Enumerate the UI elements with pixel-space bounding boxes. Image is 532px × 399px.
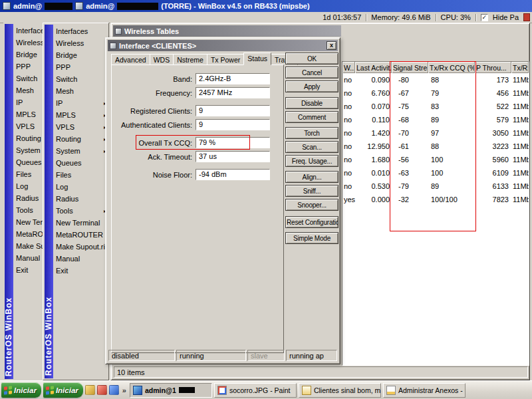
quicklaunch-icon-2[interactable]: [97, 385, 107, 395]
registration-row[interactable]: no 6.760 -67 79 456 11Mbps/: [342, 86, 529, 100]
menu-item[interactable]: VPLS: [15, 120, 43, 132]
menu-item[interactable]: Log: [55, 181, 108, 193]
menu-item[interactable]: IP ▸: [55, 97, 108, 109]
column-header-signal-strength[interactable]: Signal Stre...: [392, 62, 428, 73]
quicklaunch-icon-3[interactable]: [109, 385, 119, 395]
menu-item[interactable]: System ▸: [55, 145, 108, 157]
menu-item-label: MetaROU: [16, 230, 43, 238]
torch-button[interactable]: Torch: [285, 127, 338, 139]
menu-item[interactable]: Bridge: [15, 49, 43, 61]
task-button-anexos[interactable]: Administrar Anexos - Un...: [383, 383, 466, 398]
menu-item[interactable]: System: [15, 144, 43, 156]
routeros-winbox-vertical-label: RouterOS WinBox: [4, 297, 13, 376]
menu-item[interactable]: Interfaces: [15, 25, 43, 37]
tab-nstreme[interactable]: Nstreme: [173, 54, 207, 65]
task-button-winbox[interactable]: admin@1: [130, 383, 212, 398]
menu-item[interactable]: Tools: [15, 204, 43, 216]
registration-row[interactable]: no 1.680 -56 100 5960 11Mbps/: [342, 153, 529, 166]
menu-item[interactable]: Wireless: [15, 37, 43, 49]
menu-item[interactable]: MPLS: [15, 108, 43, 120]
tab-advanced[interactable]: Advanced: [111, 54, 150, 65]
menu-item[interactable]: Make Supout.rif: [55, 241, 108, 253]
menu-item[interactable]: Tools ▸: [55, 205, 108, 217]
registration-row[interactable]: no 12.950 -61 88 3223 11Mbps/: [342, 140, 529, 153]
disable-button[interactable]: Disable: [285, 97, 338, 109]
simple-mode-button[interactable]: Simple Mode: [285, 232, 338, 244]
menu-item[interactable]: MetaROU: [15, 228, 43, 240]
column-header-p-throughput[interactable]: P Throu...: [475, 62, 511, 73]
menu-item[interactable]: Manual: [55, 253, 108, 265]
registration-row[interactable]: no 0.010 -63 100 6109 11Mbps/: [342, 166, 529, 180]
hide-passwords-label[interactable]: Hide Pa: [493, 13, 519, 21]
registered-clients-value: 9: [196, 105, 270, 116]
align-button[interactable]: Align...: [285, 171, 338, 183]
menu-item[interactable]: PPP: [55, 61, 108, 73]
menu-item[interactable]: Interfaces: [55, 25, 108, 37]
registration-row[interactable]: yes 0.000 -32 100/100 7823 11Mbps-5: [342, 193, 529, 206]
reset-configuration-button[interactable]: Reset Configuration: [285, 216, 338, 228]
menu-item[interactable]: Radius: [55, 193, 108, 205]
registration-row[interactable]: no 1.420 -70 97 3050 11Mbps/: [342, 126, 529, 140]
tab-status[interactable]: Status: [243, 53, 271, 65]
interface-dialog-titlebar[interactable]: Interface <CLIENTES> x: [108, 40, 338, 51]
menu-item[interactable]: Manual: [15, 252, 43, 264]
apply-button[interactable]: Apply: [285, 80, 338, 92]
quicklaunch-overflow-icon[interactable]: »: [121, 386, 128, 394]
start-button-back[interactable]: Iniciar: [1, 382, 41, 398]
menu-item[interactable]: Mesh: [15, 84, 43, 96]
snooper-button[interactable]: Snooper...: [285, 199, 338, 211]
column-header-tx-rx-rate[interactable]: Tx/Rx Ra...: [511, 62, 529, 73]
status-tab-panel: Band: 2.4GHz-B Frequency: 2457 MHz Regis…: [111, 65, 284, 353]
ok-button[interactable]: OK: [285, 53, 338, 65]
menu-item[interactable]: MPLS ▸: [55, 109, 108, 121]
window-titlebar[interactable]: admin@ admin@ (TORRE) - WinBox v4.5 on R…: [0, 0, 532, 12]
menu-item-label: MPLS: [16, 110, 36, 118]
tab-wds[interactable]: WDS: [150, 54, 174, 65]
column-header-wds[interactable]: W...: [342, 62, 355, 73]
cancel-button[interactable]: Cancel: [285, 66, 338, 78]
menu-item[interactable]: Bridge: [55, 49, 108, 61]
close-button[interactable]: x: [327, 41, 336, 50]
scan-button[interactable]: Scan...: [285, 141, 338, 153]
task-button-clientes[interactable]: Clientes sinal bom, mas t...: [299, 383, 381, 398]
menu-item[interactable]: New Terminal: [55, 217, 108, 229]
sniff-button[interactable]: Sniff...: [285, 185, 338, 197]
wireless-tables-titlebar[interactable]: Wireless Tables: [113, 25, 341, 37]
column-header-last-activity[interactable]: Last Activit...: [355, 62, 392, 73]
menu-item[interactable]: Make Sup: [15, 240, 43, 252]
registration-row[interactable]: no 0.070 -75 83 522 11Mbps/: [342, 100, 529, 113]
menu-item[interactable]: Switch: [15, 72, 43, 84]
menu-item[interactable]: Routing ▸: [55, 133, 108, 145]
menu-item[interactable]: Queues: [55, 157, 108, 169]
menu-item[interactable]: IP: [15, 96, 43, 108]
menu-item[interactable]: Log: [15, 180, 43, 192]
menu-item-label: Mesh: [56, 87, 74, 95]
menu-item[interactable]: MetaROUTER: [55, 229, 108, 241]
freq-usage-button[interactable]: Freq. Usage...: [285, 155, 338, 167]
menu-item-label: Queues: [56, 159, 82, 167]
menu-item[interactable]: New Term: [15, 216, 43, 228]
registration-row[interactable]: no 0.110 -68 89 579 11Mbps/: [342, 113, 529, 126]
registration-row[interactable]: no 0.530 -79 89 6133 11Mbps/: [342, 180, 529, 193]
comment-button[interactable]: Comment: [285, 111, 338, 123]
menu-item[interactable]: Wireless: [55, 37, 108, 49]
cell-last-activity: 0.000: [355, 196, 392, 203]
menu-item[interactable]: Queues: [15, 156, 43, 168]
task-button-paint[interactable]: socorro.JPG - Paint: [214, 383, 297, 398]
menu-item[interactable]: Radius: [15, 192, 43, 204]
menu-item[interactable]: PPP: [15, 61, 43, 72]
menu-item[interactable]: Files: [15, 168, 43, 180]
menu-item[interactable]: Routing: [15, 132, 43, 144]
tab-tx-power[interactable]: Tx Power: [207, 54, 244, 65]
menu-item[interactable]: Switch: [55, 73, 108, 85]
menu-item[interactable]: VPLS ▸: [55, 121, 108, 133]
hide-passwords-checkbox[interactable]: ✓: [481, 14, 488, 21]
start-button-front[interactable]: Iniciar: [43, 382, 83, 398]
menu-item[interactable]: Exit: [55, 265, 108, 277]
quicklaunch-icon-1[interactable]: [85, 385, 95, 395]
registration-row[interactable]: no 0.090 -80 88 173 11Mbps/: [342, 73, 529, 86]
menu-item[interactable]: Exit: [15, 264, 43, 276]
menu-item[interactable]: Mesh: [55, 85, 108, 97]
column-header-tx-rx-ccq[interactable]: Tx/Rx CCQ (%): [428, 62, 475, 73]
menu-item[interactable]: Files: [55, 169, 108, 181]
